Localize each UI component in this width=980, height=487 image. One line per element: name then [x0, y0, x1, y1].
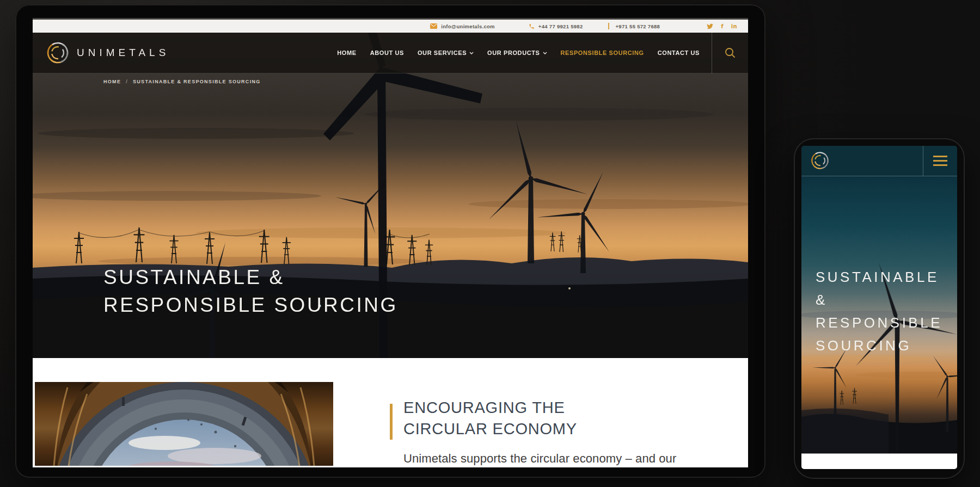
- mobile-logo-swirl-icon[interactable]: [810, 151, 830, 170]
- tunnel-image: [35, 382, 333, 466]
- email-link[interactable]: info@unimetals.com: [430, 23, 495, 29]
- content-heading: ENCOURAGING THE CIRCULAR ECONOMY: [403, 397, 577, 440]
- nav-about-us[interactable]: ABOUT US: [370, 50, 404, 56]
- phone-uae-text: +971 55 572 7688: [616, 23, 660, 29]
- phone-uk-text: +44 77 9921 5982: [538, 23, 583, 29]
- chevron-down-icon: [543, 52, 547, 54]
- breadcrumb-separator: /: [126, 79, 128, 84]
- mobile-header: [801, 146, 957, 176]
- breadcrumb-home[interactable]: HOME: [103, 79, 121, 84]
- mobile-content-strip: [801, 453, 957, 469]
- phone-mockup: SUSTAINABLE & RESPONSIBLE SOURCING: [794, 138, 965, 479]
- social-links: f in: [707, 23, 737, 29]
- content-paragraph: Unimetals supports the circular economy …: [403, 452, 676, 466]
- nav-contact-us[interactable]: CONTACT US: [658, 50, 700, 56]
- phone-icon: [529, 23, 535, 29]
- search-button[interactable]: [712, 33, 748, 73]
- logo[interactable]: UNIMETALS: [46, 41, 169, 65]
- nav-our-services[interactable]: OUR SERVICES: [418, 50, 474, 56]
- twitter-icon[interactable]: [707, 23, 713, 29]
- hero-section: UNIMETALS HOME ABOUT US OUR SERVICES OUR…: [33, 33, 748, 358]
- email-text: info@unimetals.com: [441, 23, 495, 29]
- search-icon: [725, 47, 736, 58]
- laptop-mockup: info@unimetals.com +44 77 9921 5982 +971…: [15, 4, 765, 478]
- heading-accent-bar: [390, 404, 393, 440]
- facebook-icon[interactable]: f: [721, 23, 724, 29]
- mobile-hero-section: SUSTAINABLE & RESPONSIBLE SOURCING: [801, 176, 957, 453]
- logo-swirl-icon: [46, 41, 70, 65]
- phone-uk-link[interactable]: +44 77 9921 5982: [529, 23, 583, 29]
- phone-uae-link[interactable]: +971 55 572 7688: [616, 23, 660, 29]
- breadcrumb: HOME / SUSTAINABLE & RESPONSIBLE SOURCIN…: [103, 79, 261, 84]
- nav-menu: HOME ABOUT US OUR SERVICES OUR PRODUCTS …: [337, 50, 700, 56]
- hamburger-menu-icon: [933, 156, 947, 157]
- top-contact-bar: info@unimetals.com +44 77 9921 5982 +971…: [33, 20, 748, 33]
- mobile-site: SUSTAINABLE & RESPONSIBLE SOURCING: [801, 146, 957, 469]
- topbar-divider: [608, 23, 609, 29]
- linkedin-icon[interactable]: in: [731, 23, 737, 29]
- chevron-down-icon: [469, 52, 474, 54]
- page-title: SUSTAINABLE & RESPONSIBLE SOURCING: [103, 263, 398, 319]
- nav-home[interactable]: HOME: [337, 50, 356, 56]
- content-section: ENCOURAGING THE CIRCULAR ECONOMY Unimeta…: [33, 358, 748, 466]
- mobile-page-title: SUSTAINABLE & RESPONSIBLE SOURCING: [816, 266, 957, 357]
- email-icon: [430, 23, 437, 29]
- hamburger-menu-button[interactable]: [923, 146, 957, 176]
- desktop-site: info@unimetals.com +44 77 9921 5982 +971…: [33, 18, 748, 467]
- breadcrumb-current: SUSTAINABLE & RESPONSIBLE SOURCING: [133, 79, 261, 84]
- main-nav: UNIMETALS HOME ABOUT US OUR SERVICES OUR…: [33, 33, 748, 73]
- nav-responsible-sourcing[interactable]: RESPONSIBLE SOURCING: [561, 50, 644, 56]
- nav-our-products[interactable]: OUR PRODUCTS: [487, 50, 547, 56]
- brand-name: UNIMETALS: [77, 47, 169, 59]
